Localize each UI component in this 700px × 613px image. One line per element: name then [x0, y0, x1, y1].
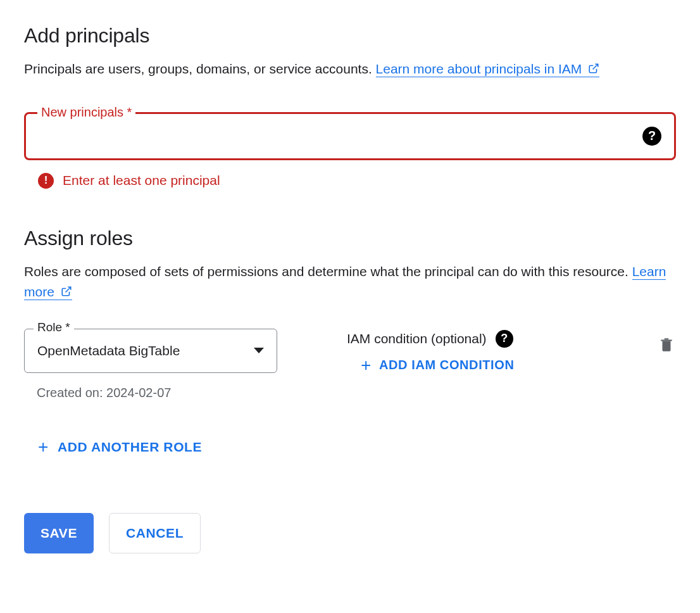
add-condition-label: ADD IAM CONDITION	[379, 358, 515, 372]
new-principals-label: New principals *	[37, 105, 135, 120]
add-another-role-label: ADD ANOTHER ROLE	[58, 439, 202, 455]
help-icon[interactable]: ?	[496, 330, 513, 348]
description-text: Principals are users, groups, domains, o…	[24, 61, 376, 76]
error-icon: !	[38, 173, 54, 189]
new-principals-field-group: New principals * ?	[24, 112, 676, 160]
help-icon[interactable]: ?	[642, 127, 661, 146]
action-button-row: SAVE CANCEL	[24, 513, 676, 553]
role-select-wrapper: Role * OpenMetadata BigTable	[24, 329, 277, 373]
iam-condition-column: IAM condition (optional) ? + ADD IAM CON…	[296, 329, 639, 374]
role-value: OpenMetadata BigTable	[37, 343, 180, 358]
cancel-button[interactable]: CANCEL	[109, 513, 201, 553]
new-principals-input-wrapper: New principals * ?	[24, 112, 676, 160]
plus-icon: +	[361, 357, 372, 374]
svg-line-0	[593, 64, 598, 69]
role-label: Role *	[34, 320, 74, 334]
new-principals-input[interactable]	[39, 129, 642, 143]
delete-column	[658, 329, 676, 357]
external-link-icon	[588, 60, 599, 80]
role-row: Role * OpenMetadata BigTable IAM conditi…	[24, 329, 676, 374]
trash-icon	[658, 335, 675, 354]
role-select[interactable]: OpenMetadata BigTable	[24, 329, 277, 373]
iam-condition-label: IAM condition (optional)	[347, 331, 487, 346]
learn-more-text: Learn more about principals in IAM	[376, 61, 582, 76]
external-link-icon	[61, 282, 72, 303]
assign-roles-description: Roles are composed of sets of permission…	[24, 262, 676, 303]
assign-roles-heading: Assign roles	[24, 227, 676, 250]
chevron-down-icon	[254, 348, 264, 353]
add-principals-description: Principals are users, groups, domains, o…	[24, 59, 676, 80]
add-iam-condition-button[interactable]: + ADD IAM CONDITION	[347, 357, 514, 374]
add-principals-heading: Add principals	[24, 24, 676, 47]
error-text: Enter at least one principal	[63, 173, 220, 188]
error-row: ! Enter at least one principal	[38, 173, 676, 189]
svg-line-1	[65, 287, 70, 292]
save-button[interactable]: SAVE	[24, 513, 94, 553]
iam-condition-header: IAM condition (optional) ?	[347, 330, 639, 348]
learn-more-principals-link[interactable]: Learn more about principals in IAM	[376, 61, 600, 77]
role-created-on: Created on: 2024-02-07	[37, 386, 676, 400]
plus-icon: +	[38, 438, 49, 456]
roles-description-text: Roles are composed of sets of permission…	[24, 264, 632, 279]
add-another-role-button[interactable]: + ADD ANOTHER ROLE	[38, 438, 202, 456]
delete-role-button[interactable]	[658, 335, 675, 357]
